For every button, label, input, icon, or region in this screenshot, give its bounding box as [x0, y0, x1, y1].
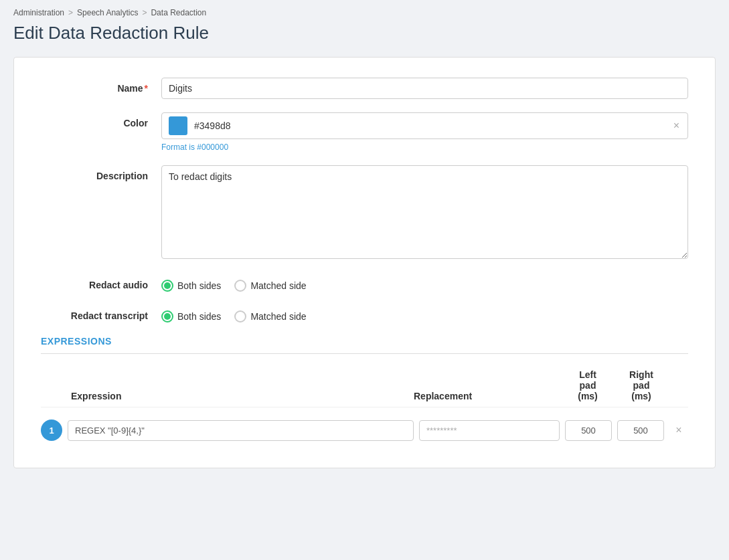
th-expression: Expression — [68, 391, 414, 401]
breadcrumb-redaction[interactable]: Data Redaction — [151, 8, 206, 17]
redact-transcript-matched-label: Matched side — [250, 311, 306, 322]
breadcrumb-speech[interactable]: Speech Analytics — [77, 8, 138, 17]
page-title: Edit Data Redaction Rule — [13, 23, 716, 43]
expression-input-1[interactable] — [68, 420, 414, 441]
redact-audio-both-label: Both sides — [177, 280, 221, 291]
name-input[interactable] — [161, 78, 688, 99]
redact-transcript-both-radio[interactable] — [161, 310, 173, 322]
expressions-section: EXPRESSIONS Expression Replacement Leftp… — [41, 336, 688, 448]
color-hint: Format is #000000 — [161, 143, 688, 152]
redact-audio-label: Redact audio — [41, 274, 161, 290]
color-field-container: × Format is #000000 — [161, 112, 688, 152]
redact-transcript-row: Redact transcript Both sides Matched sid… — [41, 305, 688, 322]
redact-audio-matched-label: Matched side — [250, 280, 306, 291]
expressions-header: EXPRESSIONS — [41, 336, 688, 354]
name-label: Name* — [41, 78, 161, 94]
redact-transcript-options: Both sides Matched side — [161, 305, 688, 322]
name-row: Name* — [41, 78, 688, 99]
redact-transcript-label: Redact transcript — [41, 305, 161, 321]
breadcrumb-admin[interactable]: Administration — [13, 8, 64, 17]
breadcrumb-sep-1: > — [68, 8, 73, 17]
description-row: Description To redact digits — [41, 165, 688, 261]
redact-audio-matched-radio[interactable] — [234, 280, 246, 292]
color-row: Color × Format is #000000 — [41, 112, 688, 152]
name-field-container — [161, 78, 688, 99]
redact-transcript-both-label: Both sides — [177, 311, 221, 322]
color-text-input[interactable] — [194, 120, 672, 131]
expressions-table: Expression Replacement Leftpad(ms) Right… — [41, 364, 688, 448]
redact-transcript-matched-option[interactable]: Matched side — [234, 310, 306, 322]
form-card: Name* Color × Format is #000000 Descript… — [13, 57, 716, 468]
description-label: Description — [41, 165, 161, 181]
table-row: 1 × — [41, 413, 688, 448]
left-pad-input-1[interactable] — [565, 420, 612, 441]
description-field-container: To redact digits — [161, 165, 688, 261]
color-swatch[interactable] — [169, 116, 187, 135]
color-input-wrap[interactable]: × — [161, 112, 688, 139]
color-clear-icon[interactable]: × — [672, 120, 681, 132]
right-pad-input-1[interactable] — [617, 420, 664, 441]
breadcrumb: Administration > Speech Analytics > Data… — [13, 8, 716, 17]
row-number-1: 1 — [41, 419, 62, 441]
redact-audio-both-radio[interactable] — [161, 280, 173, 292]
redact-transcript-both-option[interactable]: Both sides — [161, 310, 221, 322]
th-leftpad: Leftpad(ms) — [561, 369, 615, 401]
redact-audio-radio-group: Both sides Matched side — [161, 274, 688, 292]
color-label: Color — [41, 112, 161, 128]
redact-transcript-matched-radio[interactable] — [234, 310, 246, 322]
redact-audio-matched-option[interactable]: Matched side — [234, 280, 306, 292]
redact-audio-both-option[interactable]: Both sides — [161, 280, 221, 292]
th-rightpad: Rightpad(ms) — [615, 369, 668, 401]
replacement-input-1[interactable] — [419, 420, 560, 441]
delete-row-1-icon[interactable]: × — [669, 421, 688, 440]
redact-audio-row: Redact audio Both sides Matched side — [41, 274, 688, 292]
breadcrumb-sep-2: > — [142, 8, 147, 17]
redact-audio-options: Both sides Matched side — [161, 274, 688, 292]
th-replacement: Replacement — [414, 391, 561, 401]
description-textarea[interactable]: To redact digits — [161, 165, 688, 259]
table-header: Expression Replacement Leftpad(ms) Right… — [41, 364, 688, 407]
redact-transcript-radio-group: Both sides Matched side — [161, 305, 688, 322]
